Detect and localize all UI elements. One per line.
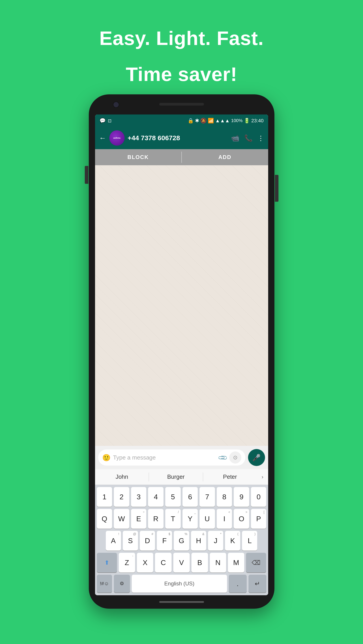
key-X[interactable]: X bbox=[137, 553, 153, 572]
time-display: 23:40 bbox=[251, 118, 264, 124]
key-3[interactable]: 3 bbox=[131, 487, 146, 507]
avatar-image: asthma bbox=[109, 130, 124, 146]
key-C[interactable]: C bbox=[155, 553, 171, 572]
key-D[interactable]: D# bbox=[140, 531, 155, 550]
phone-top-bar bbox=[95, 94, 268, 114]
chat-background-pattern bbox=[95, 165, 268, 446]
status-left-icons: 💬 ⊡ bbox=[100, 118, 112, 124]
delete-key[interactable]: ⌫ bbox=[246, 553, 266, 572]
return-key[interactable]: ↵ bbox=[248, 575, 266, 592]
status-bar: 💬 ⊡ 🔒 ✱ 🔕 📶 ▲▲▲ 100% 🔋 23:40 bbox=[95, 114, 268, 127]
phone-bottom-bar bbox=[159, 595, 204, 609]
key-B[interactable]: B bbox=[192, 553, 208, 572]
autocomplete-suggestion-2[interactable]: Peter bbox=[203, 469, 257, 484]
autocomplete-more-arrow[interactable]: › bbox=[257, 474, 268, 480]
key-V[interactable]: V bbox=[173, 553, 190, 572]
keyboard-row-3: ⬆ Z- X C V B N M ⌫ bbox=[97, 553, 266, 572]
camera-small-icon: ⊙ bbox=[233, 454, 238, 461]
wifi-icon: 📶 bbox=[208, 118, 214, 124]
headline-line2: Time saver! bbox=[99, 63, 264, 86]
symbols-key[interactable]: !#☺ bbox=[97, 575, 112, 592]
chat-messages-area bbox=[95, 165, 268, 446]
battery-icon: 🔒 bbox=[188, 118, 194, 124]
block-button[interactable]: BLOCK bbox=[95, 149, 182, 165]
key-L[interactable]: L) bbox=[242, 531, 257, 550]
shift-key[interactable]: ⬆ bbox=[97, 553, 117, 572]
key-2[interactable]: 2 bbox=[114, 487, 129, 507]
contact-avatar[interactable]: asthma bbox=[109, 130, 124, 146]
settings-key[interactable]: ⚙ bbox=[114, 575, 130, 592]
autocomplete-suggestion-0[interactable]: John bbox=[95, 469, 149, 484]
video-call-icon[interactable]: 📹 bbox=[231, 134, 239, 142]
autocomplete-bar: John Burger Peter › bbox=[95, 469, 268, 485]
space-key[interactable]: English (US) bbox=[132, 575, 227, 592]
voice-call-icon[interactable]: 📞 bbox=[244, 134, 252, 142]
battery-percent: 100% bbox=[231, 118, 242, 123]
bluetooth-icon: ✱ bbox=[195, 118, 199, 124]
camera-button[interactable]: ⊙ bbox=[229, 452, 241, 464]
more-options-icon[interactable]: ⋮ bbox=[258, 134, 264, 142]
battery-icon2: 🔋 bbox=[244, 118, 250, 124]
screenshot-status-icon: ⊡ bbox=[108, 118, 112, 124]
key-5[interactable]: 5 bbox=[165, 487, 181, 507]
key-9[interactable]: 9 bbox=[234, 487, 249, 507]
key-R[interactable]: R bbox=[148, 509, 164, 528]
attach-button[interactable]: 📎 bbox=[217, 452, 228, 463]
message-input-bar: 🙂 Type a message 📎 ⊙ 🎤 bbox=[95, 446, 268, 469]
key-A[interactable]: A! bbox=[106, 531, 121, 550]
key-W[interactable]: W bbox=[114, 509, 129, 528]
keyboard: 1 2 3 4 5 6 7 8 9 0 Q W E÷ R T/ Y_ U I< bbox=[95, 485, 268, 595]
front-camera bbox=[113, 102, 119, 108]
key-6[interactable]: 6 bbox=[182, 487, 198, 507]
contact-info[interactable]: +44 7378 606728 bbox=[128, 134, 228, 142]
block-add-bar: BLOCK ADD bbox=[95, 149, 268, 165]
key-K[interactable]: K( bbox=[225, 531, 240, 550]
key-4[interactable]: 4 bbox=[148, 487, 164, 507]
contact-phone-number: +44 7378 606728 bbox=[128, 134, 228, 142]
gear-icon: ⚙ bbox=[120, 581, 124, 586]
key-E[interactable]: E÷ bbox=[131, 509, 146, 528]
message-status-icon: 💬 bbox=[100, 118, 106, 124]
back-button[interactable]: ← bbox=[99, 134, 106, 142]
header-action-icons: 📹 📞 ⋮ bbox=[231, 134, 264, 142]
add-button[interactable]: ADD bbox=[182, 149, 268, 165]
headline: Easy. Light. Fast. Time saver! bbox=[99, 14, 264, 86]
phone-device: 💬 ⊡ 🔒 ✱ 🔕 📶 ▲▲▲ 100% 🔋 23:40 ← asthma bbox=[89, 94, 274, 609]
key-1[interactable]: 1 bbox=[97, 487, 112, 507]
mute-icon: 🔕 bbox=[200, 118, 206, 124]
key-O[interactable]: O> bbox=[234, 509, 249, 528]
message-input-wrapper: 🙂 Type a message 📎 ⊙ bbox=[98, 450, 245, 466]
emoji-button[interactable]: 🙂 bbox=[102, 454, 110, 462]
key-H[interactable]: H& bbox=[191, 531, 206, 550]
chat-header: ← asthma +44 7378 606728 📹 📞 ⋮ bbox=[95, 127, 268, 149]
key-P[interactable]: P[ bbox=[251, 509, 266, 528]
message-input[interactable]: Type a message bbox=[113, 454, 216, 461]
key-S[interactable]: S@ bbox=[123, 531, 138, 550]
key-T[interactable]: T/ bbox=[165, 509, 181, 528]
key-U[interactable]: U bbox=[200, 509, 215, 528]
signal-icon: ▲▲▲ bbox=[215, 118, 230, 124]
status-right-info: 🔒 ✱ 🔕 📶 ▲▲▲ 100% 🔋 23:40 bbox=[188, 118, 264, 124]
key-Z[interactable]: Z- bbox=[119, 553, 135, 572]
period-key[interactable]: . bbox=[229, 575, 247, 592]
key-M[interactable]: M bbox=[228, 553, 244, 572]
autocomplete-suggestion-1[interactable]: Burger bbox=[149, 469, 203, 484]
key-0[interactable]: 0 bbox=[251, 487, 266, 507]
phone-screen: 💬 ⊡ 🔒 ✱ 🔕 📶 ▲▲▲ 100% 🔋 23:40 ← asthma bbox=[95, 114, 268, 595]
key-N[interactable]: N bbox=[210, 553, 226, 572]
earpiece-speaker bbox=[159, 103, 204, 106]
key-F[interactable]: F$ bbox=[157, 531, 172, 550]
key-I[interactable]: I< bbox=[217, 509, 232, 528]
key-7[interactable]: 7 bbox=[200, 487, 215, 507]
keyboard-bottom-row: !#☺ ⚙ English (US) . ↵ bbox=[97, 575, 266, 592]
key-G[interactable]: G% bbox=[174, 531, 189, 550]
key-8[interactable]: 8 bbox=[217, 487, 232, 507]
home-indicator bbox=[159, 601, 204, 603]
mic-button[interactable]: 🎤 bbox=[248, 449, 265, 466]
avatar-label: asthma bbox=[114, 137, 120, 139]
keyboard-row-1: Q W E÷ R T/ Y_ U I< O> P[ bbox=[97, 509, 266, 528]
key-Y[interactable]: Y_ bbox=[182, 509, 198, 528]
key-J[interactable]: J* bbox=[208, 531, 223, 550]
keyboard-number-row: 1 2 3 4 5 6 7 8 9 0 bbox=[97, 487, 266, 507]
key-Q[interactable]: Q bbox=[97, 509, 112, 528]
